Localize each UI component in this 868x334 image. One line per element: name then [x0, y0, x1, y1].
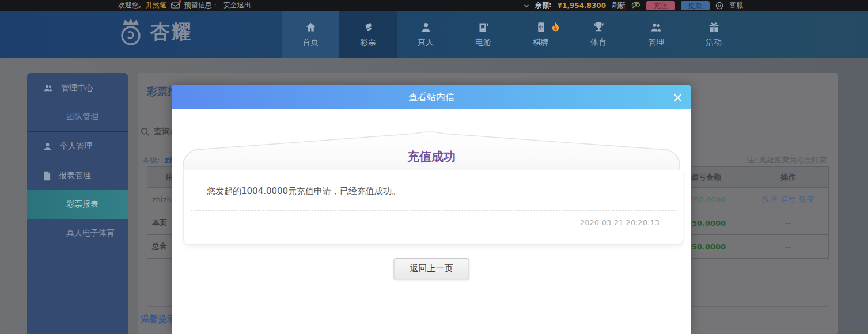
- nav-item-lottery[interactable]: 彩票: [339, 11, 397, 58]
- modal-header: 查看站内信 ×: [172, 85, 691, 109]
- nav-label: 体育: [590, 37, 607, 48]
- withdraw-button[interactable]: 提款: [681, 1, 710, 10]
- account-change-link[interactable]: 账变: [799, 195, 814, 203]
- logout-link[interactable]: 安全退出: [223, 1, 251, 10]
- service-link[interactable]: 客服: [729, 1, 743, 10]
- sidebar-item-lottery-report[interactable]: 彩票报表: [27, 190, 128, 219]
- search-icon: [141, 127, 150, 136]
- logo[interactable]: 杏耀: [117, 17, 193, 47]
- slot-machine-icon: [477, 21, 490, 33]
- modal-title: 查看站内信: [408, 92, 454, 104]
- mahjong-tile-icon: 中: [535, 21, 547, 33]
- table-note: 注: 此处账变为彩票账变: [746, 155, 827, 165]
- live-person-icon: [420, 21, 432, 33]
- sidebar-item-label: 彩票报表: [66, 199, 98, 210]
- message-text: 您发起的1004.0000元充值申请，已经充值成功。: [184, 170, 683, 197]
- user-icon: [43, 142, 52, 151]
- sidebar-item-live-e-sports[interactable]: 真人电子体育: [27, 219, 128, 248]
- sidebar-item-team-management[interactable]: 团队管理: [27, 103, 128, 131]
- svg-text:中: 中: [539, 24, 544, 30]
- search-label: 查询:: [154, 127, 173, 137]
- nav-item-home[interactable]: 首页: [282, 11, 339, 58]
- nav-label: 电游: [475, 37, 491, 48]
- nav-item-live[interactable]: 真人: [397, 11, 454, 58]
- message-timestamp: 2020-03-21 20:20:13: [184, 211, 683, 227]
- nav-item-egame[interactable]: 电游: [454, 11, 512, 58]
- nav-item-board-games[interactable]: 中 棋牌: [512, 11, 570, 58]
- nav-item-activity[interactable]: 活动: [685, 11, 742, 58]
- nav-label: 棋牌: [533, 37, 549, 48]
- sidebar-item-personal-management[interactable]: 个人管理: [27, 131, 128, 161]
- sidebar-item-label: 个人管理: [60, 141, 92, 151]
- col-action: 操作: [748, 167, 829, 188]
- site-message-modal: 查看站内信 × 充值成功 您发起的1004.0000元充值申请，已经充值成功。 …: [172, 85, 691, 334]
- sidebar-item-label: 团队管理: [66, 112, 98, 122]
- nav-item-manage[interactable]: 管理: [627, 11, 685, 58]
- reserved-info-label: 预留信息：: [184, 1, 219, 10]
- cell-actions: 投注追号账变: [748, 188, 829, 211]
- sidebar: 管理中心 团队管理 个人管理 报表管理 彩票报表 真人电子体育: [27, 73, 128, 334]
- lottery-ticket-icon: [362, 21, 374, 33]
- topbar: 欢迎您, 升煞笔 预留信息： 安全退出 余额: ¥1,954.8300 刷新: [0, 0, 868, 11]
- back-button[interactable]: 返回上一页: [394, 258, 469, 279]
- welcome-text: 欢迎您,: [118, 1, 141, 10]
- report-icon: [43, 171, 51, 181]
- chevron-down-icon[interactable]: [524, 2, 529, 10]
- modal-body: 充值成功 您发起的1004.0000元充值申请，已经充值成功。 2020-03-…: [172, 109, 691, 334]
- message-title: 充值成功: [172, 149, 691, 165]
- nav-label: 管理: [648, 37, 664, 48]
- warm-tip-label: 温馨提示: [141, 314, 175, 325]
- crown-emblem-icon: [117, 17, 145, 47]
- username: 升煞笔: [146, 1, 166, 10]
- envelope-icon[interactable]: [171, 2, 180, 9]
- nav-label: 首页: [302, 37, 319, 48]
- sidebar-item-label: 真人电子体育: [66, 228, 115, 238]
- sidebar-item-management-center[interactable]: 管理中心: [27, 73, 128, 103]
- refresh-link[interactable]: 刷新: [612, 1, 626, 10]
- level-row: 本级: zh: [142, 155, 175, 165]
- recharge-button[interactable]: 充值: [646, 1, 675, 10]
- close-icon[interactable]: ×: [672, 91, 683, 104]
- app-window: 欢迎您, 升煞笔 预留信息： 安全退出 余额: ¥1,954.8300 刷新: [0, 0, 868, 334]
- sidebar-item-report-management[interactable]: 报表管理: [27, 161, 128, 190]
- message-box: 您发起的1004.0000元充值申请，已经充值成功。 2020-03-21 20…: [183, 170, 683, 245]
- brand-name: 杏耀: [150, 19, 193, 45]
- trophy-icon: [593, 21, 605, 33]
- level-label: 本级:: [142, 155, 160, 165]
- sidebar-item-label: 管理中心: [61, 83, 93, 93]
- unread-dot: [179, 0, 181, 3]
- home-icon: [305, 21, 317, 33]
- hot-flame-icon: [551, 22, 560, 33]
- cell-actions: --: [748, 211, 829, 235]
- gift-icon: [708, 21, 720, 33]
- nav-label: 彩票: [360, 37, 376, 48]
- service-smiley-icon[interactable]: [715, 2, 723, 10]
- eye-off-icon[interactable]: [631, 1, 640, 10]
- balance-label: 余额:: [535, 1, 552, 10]
- users-icon: [43, 83, 54, 93]
- search-row[interactable]: 查询:: [141, 127, 173, 137]
- nav-label: 活动: [706, 37, 722, 48]
- nav-items: 首页 彩票 真人 电游 中: [282, 11, 742, 58]
- bet-link[interactable]: 投注: [763, 195, 778, 203]
- nav-item-sports[interactable]: 体育: [570, 11, 627, 58]
- sidebar-item-label: 报表管理: [59, 170, 91, 181]
- balance-value: ¥1,954.8300: [558, 2, 606, 10]
- main-nav: 杏耀 首页 彩票 真人 电游: [0, 11, 868, 58]
- team-icon: [650, 21, 662, 33]
- cell-actions: --: [748, 235, 829, 259]
- nav-label: 真人: [418, 37, 434, 48]
- chase-link[interactable]: 追号: [781, 195, 796, 203]
